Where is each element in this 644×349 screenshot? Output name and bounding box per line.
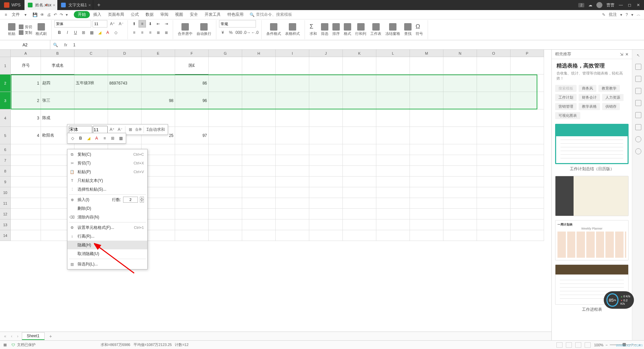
- nav-next-icon[interactable]: ›: [16, 334, 20, 339]
- cell-L4[interactable]: [376, 109, 410, 127]
- tag-search[interactable]: 搜索模板: [555, 85, 577, 92]
- cell-M13[interactable]: [410, 219, 443, 230]
- cell-N11[interactable]: [443, 198, 477, 209]
- style-icon[interactable]: [635, 76, 641, 82]
- cell-A14[interactable]: [11, 230, 41, 241]
- cell-M10[interactable]: [410, 187, 443, 198]
- cell-H6[interactable]: [242, 144, 276, 155]
- cell-L1[interactable]: [376, 57, 410, 74]
- cell-F1[interactable]: 国£: [175, 57, 209, 74]
- cell-I14[interactable]: [276, 230, 309, 241]
- cell-H7[interactable]: [242, 155, 276, 166]
- menu-view[interactable]: 视图: [172, 12, 186, 17]
- row-header-8[interactable]: 8: [0, 166, 11, 177]
- chevron-down-icon[interactable]: ▾: [631, 12, 633, 17]
- cell-P4[interactable]: [511, 109, 544, 127]
- cell-I11[interactable]: [276, 198, 309, 209]
- row-header-13[interactable]: 13: [0, 219, 11, 230]
- cell-F10[interactable]: [175, 187, 209, 198]
- menu-insert[interactable]: 插入: [90, 12, 105, 17]
- cell-P13[interactable]: [511, 219, 544, 230]
- cell-F2[interactable]: 86: [175, 74, 209, 92]
- decrease-font-icon[interactable]: A⁻: [117, 20, 125, 28]
- cell-F11[interactable]: [175, 198, 209, 209]
- template-card[interactable]: [555, 176, 629, 216]
- cell-H8[interactable]: [242, 166, 276, 177]
- cell-L11[interactable]: [376, 198, 410, 209]
- close-panel-icon[interactable]: ✕: [625, 52, 629, 57]
- cell-F4[interactable]: [175, 109, 209, 127]
- col-header-I[interactable]: I: [276, 50, 309, 57]
- cell-A12[interactable]: [11, 209, 41, 219]
- col-header-G[interactable]: G: [209, 50, 242, 57]
- spin-up-button[interactable]: ▲: [140, 197, 144, 200]
- freeze-panes-button[interactable]: 冻结窗格: [383, 23, 402, 36]
- cell-O3[interactable]: [477, 92, 511, 109]
- tab-document[interactable]: 文字文稿1 ✕: [58, 0, 93, 10]
- cell-A13[interactable]: [11, 219, 41, 230]
- decrease-indent-button[interactable]: ⇤: [155, 20, 162, 28]
- cell-J5[interactable]: [309, 127, 343, 144]
- cell-M9[interactable]: [410, 177, 443, 187]
- cell-K12[interactable]: [343, 209, 376, 219]
- collapse-ribbon-icon[interactable]: ︿: [637, 12, 641, 17]
- cell-F5[interactable]: 97: [175, 127, 209, 144]
- cell-P1[interactable]: [511, 57, 544, 74]
- cell-L14[interactable]: [376, 230, 410, 241]
- cell-G4[interactable]: [209, 109, 242, 127]
- mini-fill-color-button[interactable]: ◢: [85, 135, 92, 142]
- cell-K2[interactable]: [343, 74, 376, 92]
- grid-icon[interactable]: ▦: [3, 343, 7, 347]
- cell-O7[interactable]: [477, 155, 511, 166]
- menu-file[interactable]: 文件: [8, 12, 23, 17]
- formula-input[interactable]: 1: [70, 43, 644, 47]
- cell-K9[interactable]: [343, 177, 376, 187]
- cell-I4[interactable]: [276, 109, 309, 127]
- cell-I12[interactable]: [276, 209, 309, 219]
- cell-K13[interactable]: [343, 219, 376, 230]
- cell-L8[interactable]: [376, 166, 410, 177]
- cell-M3[interactable]: [410, 92, 443, 109]
- select-icon[interactable]: [635, 64, 641, 70]
- cell-H1[interactable]: [242, 57, 276, 74]
- ctx-paste-text[interactable]: T只粘贴文本(Y): [67, 176, 147, 185]
- cell-M8[interactable]: [410, 166, 443, 177]
- mini-format-button[interactable]: ▦: [117, 135, 124, 142]
- worksheet-button[interactable]: 工作表: [368, 23, 383, 36]
- row-header-6[interactable]: 6: [0, 144, 11, 155]
- cell-D3[interactable]: [108, 92, 142, 109]
- cell-G9[interactable]: [209, 177, 242, 187]
- cell-L7[interactable]: [376, 155, 410, 166]
- view-page-button[interactable]: [566, 342, 572, 348]
- align-top-button[interactable]: ⬆: [130, 20, 138, 28]
- cell-P3[interactable]: [511, 92, 544, 109]
- tag-viz[interactable]: 可视化图表: [555, 112, 580, 119]
- cell-O8[interactable]: [477, 166, 511, 177]
- cell-K4[interactable]: [343, 109, 376, 127]
- print-preview-icon[interactable]: 👁: [40, 12, 44, 17]
- cell-J14[interactable]: [309, 230, 343, 241]
- percent-button[interactable]: %: [227, 29, 234, 36]
- cell-H9[interactable]: [242, 177, 276, 187]
- cell-I10[interactable]: [276, 187, 309, 198]
- cell-G5[interactable]: [209, 127, 242, 144]
- col-header-P[interactable]: P: [511, 50, 544, 57]
- view-read-button[interactable]: [585, 342, 591, 348]
- cell-G10[interactable]: [209, 187, 242, 198]
- cell-H5[interactable]: [242, 127, 276, 144]
- menu-page-layout[interactable]: 页面布局: [105, 12, 127, 17]
- app-logo[interactable]: WPS: [0, 2, 24, 8]
- sort-button[interactable]: 排序: [330, 23, 342, 36]
- ctx-paste-special[interactable]: ⋮选择性粘贴(S)...: [67, 185, 147, 194]
- cell-K1[interactable]: [343, 57, 376, 74]
- menu-security[interactable]: 安全: [186, 12, 201, 17]
- cell-N13[interactable]: [443, 219, 477, 230]
- cell-O14[interactable]: [477, 230, 511, 241]
- zoom-out-button[interactable]: −: [605, 343, 607, 347]
- sum-button[interactable]: Σ求和: [308, 23, 319, 36]
- tag-teaching[interactable]: 教学表格: [579, 103, 600, 110]
- mini-bold-button[interactable]: B: [77, 135, 84, 142]
- cell-F6[interactable]: [175, 144, 209, 155]
- decrease-decimal-button[interactable]: ←.0: [251, 29, 259, 36]
- cell-K5[interactable]: [343, 127, 376, 144]
